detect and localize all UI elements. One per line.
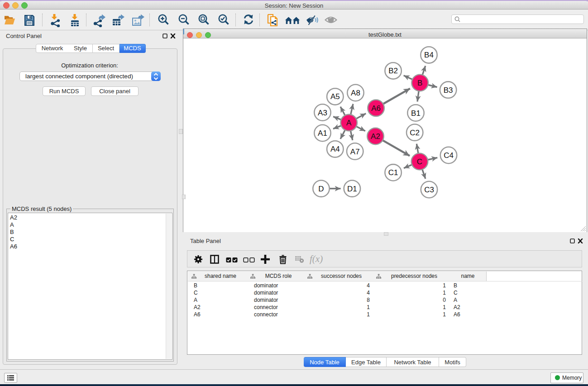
svg-text:C1: C1 bbox=[388, 168, 398, 177]
svg-text:A3: A3 bbox=[318, 109, 327, 117]
svg-text:C: C bbox=[417, 157, 422, 166]
svg-text:C3: C3 bbox=[424, 186, 434, 194]
svg-text:B3: B3 bbox=[444, 86, 453, 95]
svg-text:A8: A8 bbox=[351, 89, 360, 97]
svg-text:A2: A2 bbox=[371, 132, 380, 141]
svg-text:A4: A4 bbox=[330, 145, 340, 153]
svg-text:B: B bbox=[417, 79, 422, 87]
svg-text:A7: A7 bbox=[350, 148, 360, 156]
svg-text:B4: B4 bbox=[424, 51, 434, 59]
svg-text:A6: A6 bbox=[371, 104, 381, 113]
svg-text:B2: B2 bbox=[388, 67, 398, 75]
svg-text:D1: D1 bbox=[347, 185, 357, 193]
svg-text:B1: B1 bbox=[411, 109, 421, 118]
svg-text:C4: C4 bbox=[444, 151, 454, 160]
svg-text:A: A bbox=[346, 119, 352, 127]
svg-text:D: D bbox=[318, 185, 324, 193]
svg-text:C2: C2 bbox=[410, 129, 420, 137]
svg-text:A5: A5 bbox=[330, 92, 340, 101]
svg-text:A1: A1 bbox=[318, 129, 327, 138]
